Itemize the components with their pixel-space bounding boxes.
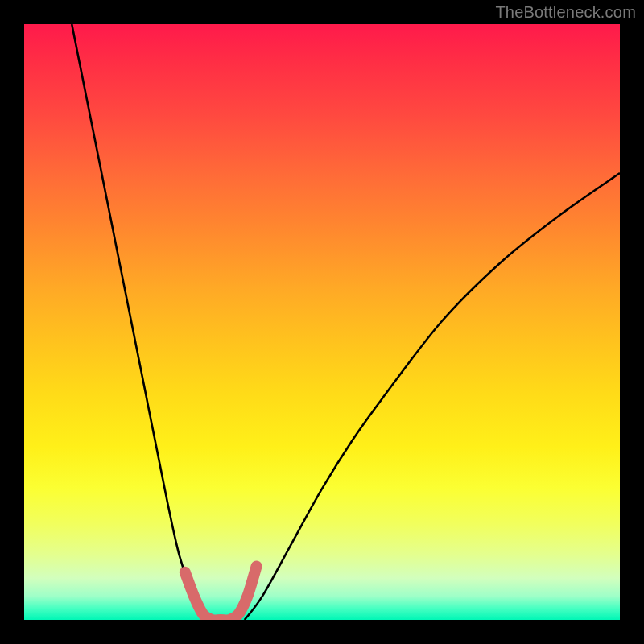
valley-highlight-curve (185, 566, 257, 620)
left-branch-curve (72, 24, 208, 620)
plot-area (24, 24, 620, 620)
watermark-text: TheBottleneck.com (495, 3, 636, 22)
curves-svg (24, 24, 620, 620)
right-branch-curve (245, 173, 620, 620)
chart-frame: TheBottleneck.com (0, 0, 644, 644)
